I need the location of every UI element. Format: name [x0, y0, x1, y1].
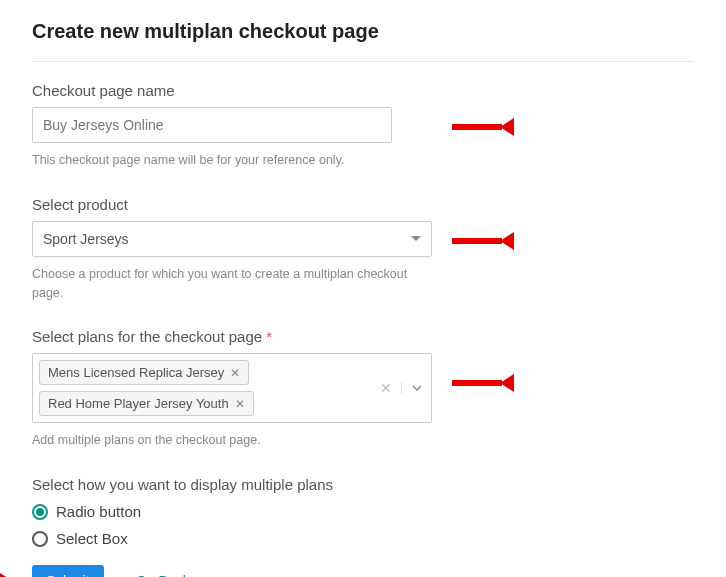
checkout-name-helper: This checkout page name will be for your…: [32, 151, 432, 170]
or-text: or: [114, 573, 126, 577]
form-actions: Submit or Go Back: [32, 565, 694, 577]
radio-option-label: Select Box: [56, 530, 128, 547]
submit-button[interactable]: Submit: [32, 565, 104, 577]
checkout-name-input[interactable]: [32, 107, 392, 143]
field-select-product: Select product Sport Jerseys Choose a pr…: [32, 196, 694, 303]
checkout-name-label: Checkout page name: [32, 82, 694, 99]
display-label: Select how you want to display multiple …: [32, 476, 694, 493]
required-asterisk: *: [266, 328, 272, 345]
clear-all-plans-icon[interactable]: ✕: [371, 380, 401, 396]
product-selected-value: Sport Jerseys: [43, 231, 129, 247]
field-select-plans: Select plans for the checkout page * Men…: [32, 328, 694, 450]
plan-chip: Red Home Player Jersey Youth ✕: [39, 391, 254, 416]
page-title: Create new multiplan checkout page: [32, 20, 694, 43]
arrow-annotation-icon: [452, 124, 502, 130]
plans-dropdown-toggle[interactable]: [401, 382, 431, 394]
plans-label: Select plans for the checkout page *: [32, 328, 694, 345]
go-back-link[interactable]: Go Back: [136, 573, 190, 577]
product-helper: Choose a product for which you want to c…: [32, 265, 432, 303]
plans-chips: Mens Licensed Replica Jersey ✕ Red Home …: [33, 354, 371, 422]
radio-option-label: Radio button: [56, 503, 141, 520]
divider: [32, 61, 694, 62]
chevron-down-icon: [411, 236, 421, 241]
remove-plan-icon[interactable]: ✕: [235, 398, 245, 410]
radio-option-radio-button[interactable]: Radio button: [32, 503, 694, 520]
plan-chip-label: Mens Licensed Replica Jersey: [48, 365, 224, 380]
radio-option-select-box[interactable]: Select Box: [32, 530, 694, 547]
radio-icon: [32, 531, 48, 547]
product-label: Select product: [32, 196, 694, 213]
radio-icon: [32, 504, 48, 520]
remove-plan-icon[interactable]: ✕: [230, 367, 240, 379]
plans-multiselect[interactable]: Mens Licensed Replica Jersey ✕ Red Home …: [32, 353, 432, 423]
plan-chip: Mens Licensed Replica Jersey ✕: [39, 360, 249, 385]
plan-chip-label: Red Home Player Jersey Youth: [48, 396, 229, 411]
field-checkout-name: Checkout page name This checkout page na…: [32, 82, 694, 170]
chevron-down-icon: [411, 382, 423, 394]
arrow-annotation-icon: [452, 380, 502, 386]
field-display-mode: Select how you want to display multiple …: [32, 476, 694, 547]
product-select[interactable]: Sport Jerseys: [32, 221, 432, 257]
plans-helper: Add multiple plans on the checkout page.: [32, 431, 432, 450]
arrow-annotation-icon: [452, 238, 502, 244]
